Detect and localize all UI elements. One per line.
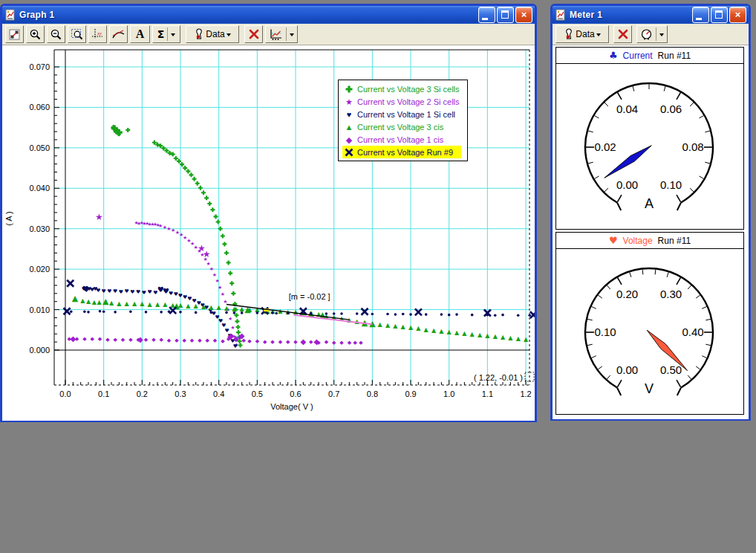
svg-text:0.010: 0.010 xyxy=(29,305,50,314)
svg-text:◆: ◆ xyxy=(105,337,110,343)
svg-text:◆: ◆ xyxy=(255,338,260,344)
svg-text:▲: ▲ xyxy=(72,294,79,303)
svg-text:▲: ▲ xyxy=(140,300,145,307)
current-meter-panel: ♣ Current Run #11 0.000.020.040.060.080.… xyxy=(555,47,744,230)
svg-text:0.04: 0.04 xyxy=(616,103,638,115)
graph-settings-button[interactable] xyxy=(265,25,298,43)
svg-text:▲: ▲ xyxy=(385,322,391,329)
svg-text:◆: ◆ xyxy=(175,337,179,343)
delete-button[interactable] xyxy=(613,25,632,43)
svg-text:♥: ♥ xyxy=(113,288,117,294)
maximize-button[interactable] xyxy=(497,7,514,23)
svg-text:★: ★ xyxy=(212,272,217,278)
annotate-button[interactable]: A xyxy=(130,25,150,43)
meter-toolbar: Data xyxy=(553,24,749,45)
statistics-label: Σ xyxy=(157,28,165,40)
svg-text:★: ★ xyxy=(203,249,211,259)
legend-marker-icon: ◆ xyxy=(344,135,354,145)
graph-titlebar[interactable]: Graph 1 × xyxy=(2,6,535,24)
meter-content: ♣ Current Run #11 0.000.020.040.060.080.… xyxy=(553,45,749,419)
svg-text:▲: ▲ xyxy=(102,297,109,306)
svg-text:◆: ◆ xyxy=(205,337,209,343)
graph-window-icon xyxy=(4,9,16,21)
voltage-meter-header[interactable]: ♥ Voltage Run #11 xyxy=(556,233,743,249)
data-menu-button[interactable]: Data xyxy=(555,25,609,43)
close-button[interactable]: × xyxy=(729,7,746,23)
delete-icon xyxy=(248,28,260,40)
svg-text:0.10: 0.10 xyxy=(594,326,616,338)
svg-text:♥: ♥ xyxy=(96,288,100,294)
scale-to-fit-button[interactable] xyxy=(5,25,24,43)
slope-tool-button[interactable] xyxy=(109,25,128,43)
svg-text:◆: ◆ xyxy=(286,339,290,345)
svg-text:1.2: 1.2 xyxy=(520,389,531,398)
legend-entry-label: Current vs Voltage Run #9 xyxy=(357,148,453,157)
smart-cursor-button[interactable]: xy xyxy=(88,25,107,43)
svg-text:▲: ▲ xyxy=(109,300,114,306)
svg-text:◆: ◆ xyxy=(213,337,218,343)
svg-text:♥: ♥ xyxy=(125,288,129,294)
svg-text:0.5: 0.5 xyxy=(252,389,263,398)
zoom-in-button[interactable] xyxy=(26,25,45,43)
meter-style-dropdown-icon[interactable] xyxy=(659,33,664,39)
close-button[interactable]: × xyxy=(515,7,532,23)
svg-text:◆: ◆ xyxy=(332,340,336,346)
meter-style-button[interactable] xyxy=(636,25,668,43)
legend-entry[interactable]: ◆Current vs Voltage 1 cis xyxy=(342,133,461,146)
svg-text:◆: ◆ xyxy=(293,339,298,345)
svg-text:◆: ◆ xyxy=(301,337,307,346)
legend-entry[interactable]: ★Current vs Voltage 2 Si cells xyxy=(342,95,461,108)
slope-annotation: [m = -0.02 ] xyxy=(289,292,330,301)
legend-entry[interactable]: Current vs Voltage 3 Si cells xyxy=(342,83,461,95)
legend-marker-icon: ▲ xyxy=(344,122,354,132)
svg-text:▲: ▲ xyxy=(163,301,168,308)
svg-text:★: ★ xyxy=(218,285,222,291)
legend-entry[interactable]: ▲Current vs Voltage 3 cis xyxy=(342,120,461,133)
voltage-meter-title: Voltage xyxy=(623,236,653,246)
legend-entry[interactable]: ♥Current vs Voltage 1 Si cell xyxy=(342,108,461,120)
zoom-select-button[interactable] xyxy=(68,25,86,43)
svg-text:◆: ◆ xyxy=(137,335,143,343)
svg-text:◆: ◆ xyxy=(182,337,186,343)
svg-text:◆: ◆ xyxy=(90,336,94,342)
minimize-icon xyxy=(696,18,702,20)
legend-entry-label: Current vs Voltage 3 cis xyxy=(357,123,443,132)
svg-text:0.060: 0.060 xyxy=(29,103,50,111)
data-menu-dropdown-icon xyxy=(596,33,601,39)
svg-text:▲: ▲ xyxy=(424,326,429,333)
svg-text:★: ★ xyxy=(345,97,353,106)
legend-entry[interactable]: Current vs Voltage Run #9 xyxy=(342,146,461,158)
graph-plot-area[interactable]: 0.0000.0100.0200.0300.0400.0500.0600.070… xyxy=(2,45,535,421)
svg-text:0.06: 0.06 xyxy=(660,103,682,115)
series-star: ★★★★★★★★★★★★★★★★★★★★★★★★★★★★★★★★★★★★★ xyxy=(95,212,239,349)
svg-text:▲: ▲ xyxy=(148,301,153,308)
svg-text:▲: ▲ xyxy=(378,321,383,328)
svg-text:♥: ♥ xyxy=(82,285,88,293)
svg-text:♥: ♥ xyxy=(142,290,146,296)
data-menu-button[interactable]: Data xyxy=(186,25,239,43)
statistics-dropdown-icon[interactable] xyxy=(171,33,175,39)
svg-text:♥: ♥ xyxy=(169,291,173,297)
svg-text:♥: ♥ xyxy=(107,288,111,294)
graph-legend[interactable]: Current vs Voltage 3 Si cells★Current vs… xyxy=(338,80,468,161)
svg-text:◆: ◆ xyxy=(278,339,283,345)
svg-text:▲: ▲ xyxy=(97,299,102,305)
minimize-button[interactable] xyxy=(692,7,709,23)
svg-text:▲: ▲ xyxy=(493,333,498,340)
minimize-button[interactable] xyxy=(478,7,495,23)
svg-text:xy: xy xyxy=(97,30,102,36)
close-icon: × xyxy=(516,7,532,22)
zoom-out-button[interactable] xyxy=(47,25,65,43)
maximize-button[interactable] xyxy=(711,7,728,23)
graph-settings-dropdown-icon[interactable] xyxy=(290,33,294,39)
svg-text:▲: ▲ xyxy=(217,304,222,311)
svg-text:▲: ▲ xyxy=(186,303,191,309)
delete-button[interactable] xyxy=(244,25,263,43)
meter-titlebar[interactable]: Meter 1 × xyxy=(553,6,749,24)
current-meter-header[interactable]: ♣ Current Run #11 xyxy=(556,48,743,64)
svg-text:▲: ▲ xyxy=(439,328,444,334)
current-meter-run-label: Run #11 xyxy=(658,51,691,61)
statistics-button[interactable]: Σ xyxy=(152,25,180,43)
current-meter-title: Current xyxy=(623,51,653,61)
svg-text:▲: ▲ xyxy=(408,324,414,331)
